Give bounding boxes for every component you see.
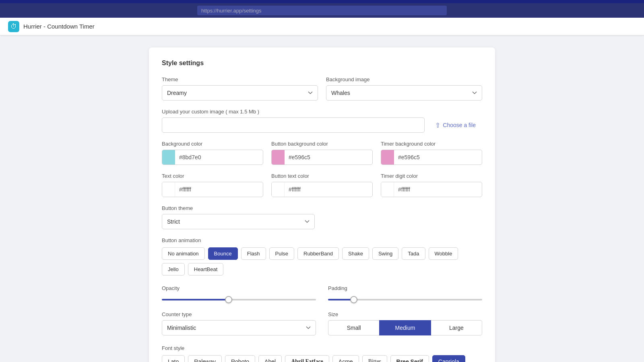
font-bree-serif[interactable]: Bree Serif: [390, 355, 429, 362]
size-label: Size: [328, 311, 482, 317]
padding-slider[interactable]: [328, 299, 482, 300]
bg-color-group: Background color: [162, 141, 263, 165]
bg-color-swatch[interactable]: [162, 150, 175, 165]
browser-bar: [0, 3, 644, 18]
choose-file-button[interactable]: ⇧ Choose a file: [429, 118, 482, 132]
bg-color-input-wrapper[interactable]: [162, 150, 263, 165]
btn-theme-row: Button theme Strict Rounded Pill Flat: [162, 205, 482, 229]
opacity-slider[interactable]: [162, 299, 316, 300]
counter-type-label: Counter type: [162, 311, 316, 317]
btn-text-color-input-wrapper[interactable]: [271, 182, 373, 197]
text-color-label: Text color: [162, 173, 263, 179]
theme-bg-row: Theme Dreamy Ocean Forest Sunset Minimal…: [162, 76, 482, 101]
anim-bounce[interactable]: Bounce: [208, 247, 238, 260]
upload-row: Upload your custom image ( max 1.5 Mb ) …: [162, 109, 482, 133]
font-abril-fatface[interactable]: Abril Fatface: [285, 355, 329, 362]
text-color-group: Text color: [162, 173, 263, 197]
size-small[interactable]: Small: [328, 320, 379, 335]
animation-buttons: No animation Bounce Flash Pulse RubberBa…: [162, 247, 482, 276]
bg-color-text[interactable]: [175, 154, 263, 160]
opacity-group: Opacity: [162, 285, 316, 302]
timer-digit-color-input-wrapper[interactable]: [381, 182, 482, 197]
anim-swing[interactable]: Swing: [372, 247, 398, 260]
counter-type-select[interactable]: Minimalistic Classic Modern Flip: [162, 320, 316, 335]
font-roboto[interactable]: Roboto: [225, 355, 255, 362]
bg-color-label: Background color: [162, 141, 263, 147]
animation-label: Button animation: [162, 237, 482, 243]
timer-digit-color-group: Timer digit color: [381, 173, 482, 197]
font-abel[interactable]: Abel: [258, 355, 282, 362]
padding-group: Padding: [328, 285, 482, 302]
theme-group: Theme Dreamy Ocean Forest Sunset Minimal: [162, 76, 318, 101]
font-buttons: Lato Raleway Roboto Abel Abril Fatface A…: [162, 355, 482, 362]
panel-title: Style settings: [162, 60, 482, 67]
padding-label: Padding: [328, 285, 482, 291]
upload-icon: ⇧: [435, 121, 440, 129]
app-icon: ⏱: [8, 21, 19, 32]
btn-bg-color-label: Button background color: [271, 141, 373, 147]
anim-tada[interactable]: Tada: [402, 247, 425, 260]
size-large[interactable]: Large: [431, 320, 482, 335]
btn-bg-color-group: Button background color: [271, 141, 373, 165]
app-title: Hurrier - Countdown Timer: [23, 23, 95, 30]
font-raleway[interactable]: Raleway: [188, 355, 222, 362]
timer-digit-color-text[interactable]: [394, 186, 482, 193]
counter-type-group: Counter type Minimalistic Classic Modern…: [162, 311, 316, 335]
choose-file-label: Choose a file: [443, 122, 476, 128]
url-bar[interactable]: [197, 6, 447, 15]
app-header: ⏱ Hurrier - Countdown Timer: [0, 18, 644, 35]
text-color-text[interactable]: [175, 186, 263, 193]
btn-text-color-group: Button text color: [271, 173, 373, 197]
size-buttons: Small Medium Large: [328, 320, 482, 335]
timer-digit-color-swatch[interactable]: [381, 182, 394, 197]
btn-theme-label: Button theme: [162, 205, 482, 211]
main-content: Style settings Theme Dreamy Ocean Forest…: [0, 35, 644, 362]
upload-input-row: ⇧ Choose a file: [162, 117, 482, 133]
settings-panel: Style settings Theme Dreamy Ocean Forest…: [149, 47, 495, 362]
anim-jello[interactable]: Jello: [162, 263, 185, 276]
font-style-label: Font style: [162, 345, 482, 351]
browser-top-bar: [0, 0, 644, 3]
size-medium[interactable]: Medium: [379, 320, 431, 335]
upload-label: Upload your custom image ( max 1.5 Mb ): [162, 109, 482, 115]
theme-select[interactable]: Dreamy Ocean Forest Sunset Minimal: [162, 85, 318, 101]
color-row-1: Background color Button background color…: [162, 141, 482, 165]
btn-text-color-text[interactable]: [285, 186, 372, 193]
anim-heartbeat[interactable]: HeartBeat: [188, 263, 224, 276]
timer-digit-color-label: Timer digit color: [381, 173, 482, 179]
anim-no-animation[interactable]: No animation: [162, 247, 205, 260]
color-row-2: Text color Button text color Timer digit…: [162, 173, 482, 197]
bg-image-select[interactable]: Whales Mountains City Abstract None: [326, 85, 482, 101]
anim-pulse[interactable]: Pulse: [269, 247, 295, 260]
font-capriola[interactable]: Capriola: [432, 355, 465, 362]
btn-text-color-label: Button text color: [271, 173, 373, 179]
bg-image-group: Background image Whales Mountains City A…: [326, 76, 482, 101]
opacity-label: Opacity: [162, 285, 316, 291]
slider-row: Opacity Padding: [162, 285, 482, 302]
btn-bg-color-swatch[interactable]: [272, 150, 285, 165]
upload-text-input[interactable]: [162, 117, 425, 133]
anim-rubberband[interactable]: RubberBand: [297, 247, 339, 260]
bg-image-label: Background image: [326, 76, 482, 82]
anim-wobble[interactable]: Wobble: [429, 247, 458, 260]
timer-bg-color-swatch[interactable]: [381, 150, 394, 165]
font-row: Font style Lato Raleway Roboto Abel Abri…: [162, 345, 482, 362]
btn-bg-color-input-wrapper[interactable]: [271, 150, 373, 165]
timer-bg-color-text[interactable]: [394, 154, 482, 160]
anim-shake[interactable]: Shake: [342, 247, 369, 260]
size-group: Size Small Medium Large: [328, 311, 482, 335]
text-color-input-wrapper[interactable]: [162, 182, 263, 197]
timer-bg-color-input-wrapper[interactable]: [381, 150, 482, 165]
timer-bg-color-label: Timer background color: [381, 141, 482, 147]
text-color-swatch[interactable]: [162, 182, 175, 197]
animation-row: Button animation No animation Bounce Fla…: [162, 237, 482, 276]
anim-flash[interactable]: Flash: [241, 247, 266, 260]
btn-bg-color-text[interactable]: [285, 154, 372, 160]
font-lato[interactable]: Lato: [162, 355, 185, 362]
btn-theme-select[interactable]: Strict Rounded Pill Flat: [162, 214, 315, 229]
font-acme[interactable]: Acme: [332, 355, 359, 362]
font-bitter[interactable]: Bitter: [362, 355, 387, 362]
counter-size-row: Counter type Minimalistic Classic Modern…: [162, 311, 482, 335]
btn-text-color-swatch[interactable]: [272, 182, 285, 197]
timer-bg-color-group: Timer background color: [381, 141, 482, 165]
